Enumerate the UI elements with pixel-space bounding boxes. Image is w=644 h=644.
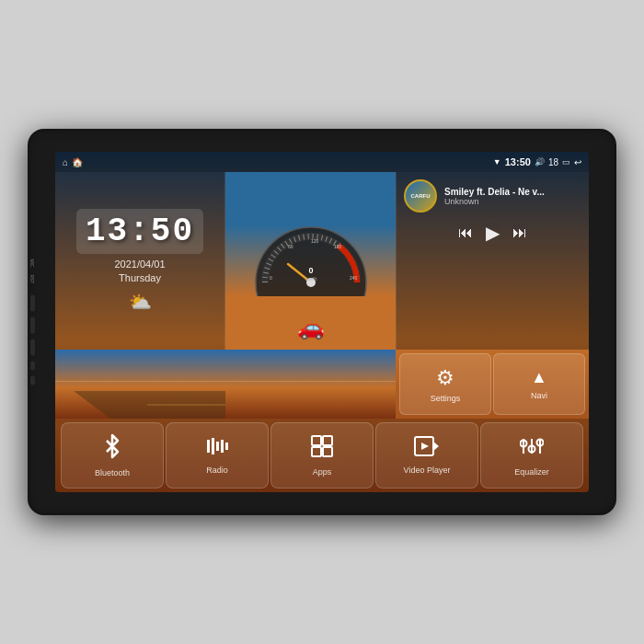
video-label: Video Player bbox=[404, 466, 451, 475]
settings-label: Settings bbox=[431, 394, 461, 403]
svg-text:km/h: km/h bbox=[305, 276, 316, 282]
radio-icon bbox=[205, 436, 229, 462]
volume-level: 18 bbox=[548, 157, 558, 167]
prev-button[interactable]: ⏮ bbox=[458, 224, 473, 241]
mic-label: MIC bbox=[29, 259, 35, 267]
status-right: ▼ 13:50 🔊 18 ▭ ↩ bbox=[493, 156, 581, 167]
status-left: ⌂ 🏠 bbox=[63, 157, 83, 167]
home-icon[interactable]: ⌂ bbox=[63, 157, 68, 167]
svg-text:0: 0 bbox=[308, 266, 313, 275]
speedo-overlay: 0 km/h 0 60 120 180 240 bbox=[251, 223, 371, 300]
radio-button[interactable]: Radio bbox=[166, 422, 269, 489]
road-scene bbox=[55, 350, 396, 419]
svg-text:60: 60 bbox=[288, 244, 293, 249]
clock-widget: 13:50 2021/04/01 Thursday ⛅ bbox=[55, 172, 225, 350]
music-artist: Unknown bbox=[444, 197, 581, 206]
next-button[interactable]: ⏭ bbox=[512, 224, 527, 241]
svg-marker-23 bbox=[421, 443, 429, 450]
main-screen: ⌂ 🏠 ▼ 13:50 🔊 18 ▭ ↩ 13:50 bbox=[55, 152, 589, 492]
weather-icon: ⛅ bbox=[129, 291, 152, 313]
quick-access-buttons: ⚙ Settings ▲ Navi bbox=[396, 350, 589, 419]
svg-text:240: 240 bbox=[350, 275, 358, 281]
road-svg bbox=[55, 350, 396, 419]
svg-rect-13 bbox=[212, 438, 214, 454]
back-icon[interactable]: ↩ bbox=[574, 157, 581, 167]
svg-rect-19 bbox=[312, 447, 321, 456]
clock-date: 2021/04/01 Thursday bbox=[114, 258, 165, 286]
svg-rect-12 bbox=[207, 440, 210, 453]
music-controls: ⏮ ▶ ⏭ bbox=[404, 222, 581, 244]
apps-label: Apps bbox=[313, 467, 332, 477]
navi-label: Navi bbox=[531, 391, 547, 400]
equalizer-label: Equalizer bbox=[514, 467, 549, 477]
car-icon: 🚗 bbox=[297, 315, 325, 340]
music-info: Smiley ft. Delia - Ne v... Unknown bbox=[444, 187, 581, 206]
video-player-button[interactable]: Video Player bbox=[375, 422, 478, 489]
settings-icon: ⚙ bbox=[436, 366, 454, 390]
svg-text:180: 180 bbox=[334, 244, 342, 249]
wifi-icon: ▼ bbox=[493, 157, 501, 167]
play-button[interactable]: ▶ bbox=[486, 222, 500, 244]
radio-label: Radio bbox=[206, 466, 228, 475]
home2-icon[interactable]: 🏠 bbox=[72, 157, 83, 167]
svg-rect-18 bbox=[323, 436, 332, 445]
top-row: 13:50 2021/04/01 Thursday ⛅ 🚗 bbox=[55, 172, 589, 350]
speedometer-widget: 🚗 bbox=[225, 172, 396, 350]
equalizer-button[interactable]: Equalizer bbox=[480, 422, 583, 489]
side-controls: MIC RST bbox=[29, 259, 35, 385]
svg-text:120: 120 bbox=[311, 238, 319, 244]
svg-rect-16 bbox=[225, 443, 228, 450]
navi-icon: ▲ bbox=[531, 368, 547, 387]
battery-icon: ▭ bbox=[562, 157, 570, 167]
settings-button[interactable]: ⚙ Settings bbox=[399, 353, 491, 415]
svg-rect-15 bbox=[221, 440, 224, 453]
road-scene-area bbox=[55, 350, 396, 419]
volume-icon: 🔊 bbox=[535, 157, 545, 167]
svg-rect-17 bbox=[312, 436, 321, 445]
status-bar: ⌂ 🏠 ▼ 13:50 🔊 18 ▭ ↩ bbox=[55, 152, 589, 172]
home-button[interactable] bbox=[30, 317, 35, 334]
clock-time: 13:50 bbox=[86, 213, 194, 250]
equalizer-icon bbox=[520, 434, 544, 464]
svg-text:0: 0 bbox=[270, 275, 272, 281]
apps-icon bbox=[310, 434, 334, 464]
rst-label: RST bbox=[29, 275, 35, 284]
bluetooth-icon bbox=[102, 433, 122, 465]
bluetooth-label: Bluetooth bbox=[95, 468, 130, 477]
middle-section: ⚙ Settings ▲ Navi bbox=[55, 350, 589, 419]
power-button[interactable] bbox=[30, 295, 35, 312]
clock-background: 13:50 bbox=[76, 209, 203, 254]
speedometer-svg: 0 km/h 0 60 120 180 240 bbox=[251, 223, 371, 296]
status-time: 13:50 bbox=[505, 156, 531, 167]
apps-button[interactable]: Apps bbox=[270, 422, 374, 489]
main-content: 13:50 2021/04/01 Thursday ⛅ 🚗 bbox=[55, 172, 589, 492]
svg-marker-22 bbox=[432, 441, 439, 452]
svg-rect-20 bbox=[323, 447, 332, 456]
video-icon bbox=[414, 436, 440, 462]
music-header: CARFU Smiley ft. Delia - Ne v... Unknown bbox=[404, 179, 581, 213]
car-stereo-device: MIC RST ⌂ 🏠 ▼ 13:50 🔊 18 ▭ ↩ bbox=[28, 129, 616, 515]
music-title: Smiley ft. Delia - Ne v... bbox=[444, 187, 581, 197]
svg-rect-14 bbox=[216, 442, 219, 451]
music-widget: CARFU Smiley ft. Delia - Ne v... Unknown… bbox=[396, 172, 589, 350]
vol-up-button[interactable] bbox=[30, 362, 35, 371]
carfu-logo: CARFU bbox=[404, 179, 437, 213]
navi-button[interactable]: ▲ Navi bbox=[493, 353, 585, 415]
back-button[interactable] bbox=[30, 339, 35, 356]
app-grid: Bluetooth Radio bbox=[55, 419, 589, 492]
vol-down-button[interactable] bbox=[30, 376, 35, 385]
bluetooth-button[interactable]: Bluetooth bbox=[61, 422, 164, 489]
